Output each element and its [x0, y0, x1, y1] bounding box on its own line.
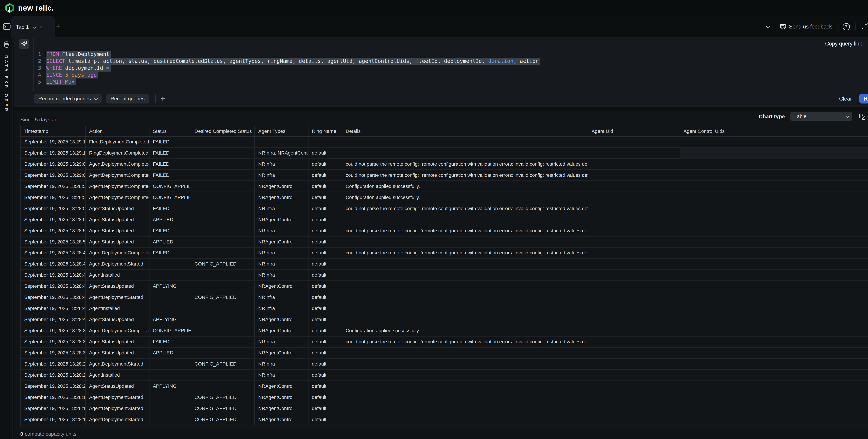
table-cell: NRAgentControl — [255, 325, 309, 336]
table-row[interactable]: September 19, 2025 13:28:17AgentDeployme… — [21, 403, 868, 414]
table-cell: CONFIG_APPLIED — [191, 414, 255, 425]
table-row[interactable]: September 19, 2025 13:28:51AgentStatusUp… — [21, 226, 868, 236]
table-cell — [191, 336, 255, 347]
table-row[interactable]: September 19, 2025 13:28:57AgentDeployme… — [21, 192, 868, 203]
column-header[interactable]: Agent Types — [255, 126, 309, 136]
chevron-down-icon — [94, 96, 98, 100]
table-cell: default — [309, 247, 342, 258]
table-cell: AgentDeploymentStarted — [86, 403, 150, 414]
table-cell — [342, 403, 588, 414]
table-cell: AgentDeploymentCompleted — [86, 181, 150, 192]
collapse-panel-icon[interactable]: ↙↗ — [861, 23, 868, 30]
run-button[interactable]: Run — [859, 94, 868, 104]
clear-button[interactable]: Clear — [839, 96, 852, 102]
new-tab-button[interactable]: + — [54, 23, 62, 30]
query-line[interactable]: 3WHERE deploymentId = — [34, 65, 868, 71]
new-relic-logo[interactable]: new relic. — [5, 3, 54, 13]
table-cell — [680, 159, 868, 169]
table-cell: default — [309, 159, 342, 169]
table-row[interactable]: September 19, 2025 13:28:28AgentStatusUp… — [21, 381, 868, 392]
table-cell: September 19, 2025 13:28:37 — [21, 325, 86, 336]
table-cell — [342, 370, 588, 380]
table-cell: NRInfra — [255, 303, 309, 314]
code-token: timestamp, action, status, desiredComple… — [65, 58, 488, 64]
table-row[interactable]: September 19, 2025 13:28:47AgentInstalle… — [21, 270, 868, 281]
table-row[interactable]: September 19, 2025 13:28:17AgentDeployme… — [21, 414, 868, 426]
table-cell — [342, 392, 588, 403]
table-cell: NRAgentControl — [255, 236, 309, 247]
table-row[interactable]: September 19, 2025 13:28:53AgentStatusUp… — [21, 214, 868, 226]
table-row[interactable]: September 19, 2025 13:28:34AgentStatusUp… — [21, 348, 868, 359]
edit-chart-icon[interactable] — [858, 113, 865, 120]
table-row[interactable]: September 19, 2025 13:28:47AgentDeployme… — [21, 259, 868, 270]
table-row[interactable]: September 19, 2025 13:28:45AgentStatusUp… — [21, 314, 868, 325]
column-header[interactable]: Timestamp — [21, 126, 86, 136]
table-row[interactable]: September 19, 2025 13:28:45AgentDeployme… — [21, 292, 868, 303]
query-line[interactable]: 2SELECT timestamp, action, status, desir… — [34, 58, 868, 65]
column-header[interactable]: Action — [86, 126, 150, 136]
table-row[interactable]: September 19, 2025 13:28:28AgentInstalle… — [21, 370, 868, 381]
table-cell: NRAgentControl — [255, 403, 309, 414]
recent-queries-button[interactable]: Recent queries — [106, 94, 149, 104]
query-editor[interactable]: 1FROM FleetDeployment2SELECT timestamp, … — [34, 51, 868, 85]
column-header[interactable]: Agent Control Uids — [680, 126, 868, 136]
query-line[interactable]: 5LIMIT Max — [34, 79, 868, 85]
new-relic-logo-icon — [5, 3, 14, 13]
table-cell — [588, 325, 680, 336]
table-cell: default — [309, 181, 342, 192]
recommended-queries-button[interactable]: Recommended queries — [34, 94, 101, 104]
column-header[interactable]: Agent Uid — [588, 126, 680, 136]
table-row[interactable]: September 19, 2025 13:28:57AgentDeployme… — [21, 181, 868, 192]
table-cell — [588, 292, 680, 303]
column-header[interactable]: Details — [342, 126, 588, 136]
table-row[interactable]: September 19, 2025 13:28:47AgentStatusUp… — [21, 281, 868, 292]
table-row[interactable]: September 19, 2025 13:28:51AgentStatusUp… — [21, 236, 868, 247]
table-cell: FAILED — [150, 137, 191, 147]
table-cell: NRInfra — [255, 336, 309, 347]
table-cell: NRAgentControl — [255, 281, 309, 292]
column-header[interactable]: Status — [150, 126, 191, 136]
column-header[interactable]: Desired Completed Status — [191, 126, 255, 136]
help-button[interactable]: ? — [843, 23, 850, 30]
code-token: = — [106, 65, 110, 71]
table-row[interactable]: September 19, 2025 13:29:17RingDeploymen… — [21, 148, 868, 159]
copy-query-link-button[interactable]: Copy query link — [825, 41, 862, 47]
table-cell: default — [309, 281, 342, 292]
table-cell — [680, 192, 868, 203]
send-feedback-button[interactable]: Send us feedback — [779, 24, 832, 30]
tab-close-icon[interactable]: × — [39, 24, 43, 30]
console-panel-icon[interactable] — [3, 23, 10, 30]
table-row[interactable]: September 19, 2025 13:28:37AgentDeployme… — [21, 325, 868, 336]
table-cell — [680, 314, 868, 325]
table-cell — [191, 137, 255, 147]
table-cell — [680, 148, 868, 158]
table-row[interactable]: September 19, 2025 13:28:45AgentInstalle… — [21, 303, 868, 314]
table-row[interactable]: September 19, 2025 13:28:17AgentDeployme… — [21, 392, 868, 403]
ai-assist-button[interactable] — [19, 39, 29, 49]
table-cell: FAILED — [150, 159, 191, 169]
results-panel: Since 5 days ago Chart type Table ••• Ti… — [13, 111, 868, 429]
table-cell: AgentDeploymentStarted — [86, 292, 150, 303]
tab-1[interactable]: Tab 1 × — [11, 16, 55, 38]
add-query-button[interactable]: + — [160, 96, 165, 101]
chart-type-select[interactable]: Table — [790, 112, 852, 121]
table-row[interactable]: September 19, 2025 13:28:34AgentStatusUp… — [21, 336, 868, 348]
data-explorer-rail[interactable]: DATA EXPLORER — [0, 37, 13, 439]
table-row[interactable]: September 19, 2025 13:29:07AgentDeployme… — [21, 159, 868, 170]
query-line[interactable]: 1FROM FleetDeployment — [34, 51, 868, 58]
recent-queries-label: Recent queries — [111, 96, 145, 101]
table-row[interactable]: September 19, 2025 13:29:05AgentDeployme… — [21, 170, 868, 181]
table-row[interactable]: September 19, 2025 13:28:53AgentStatusUp… — [21, 203, 868, 214]
table-row[interactable]: September 19, 2025 13:28:48AgentDeployme… — [21, 247, 868, 259]
table-row[interactable]: September 19, 2025 13:28:28AgentDeployme… — [21, 359, 868, 370]
line-number: 1 — [34, 51, 46, 58]
table-header-row: TimestampActionStatusDesired Completed S… — [21, 126, 868, 137]
tabs-overflow-chevron-icon[interactable] — [766, 25, 770, 28]
query-line[interactable]: 4SINCE 5 days ago — [34, 71, 868, 79]
tab-chevron-down-icon[interactable] — [33, 25, 37, 29]
table-cell — [191, 370, 255, 380]
table-row[interactable]: September 19, 2025 13:29:17FleetDeployme… — [21, 137, 868, 148]
table-cell — [588, 247, 680, 258]
column-header[interactable]: Ring Name — [309, 126, 342, 136]
table-cell — [680, 303, 868, 314]
